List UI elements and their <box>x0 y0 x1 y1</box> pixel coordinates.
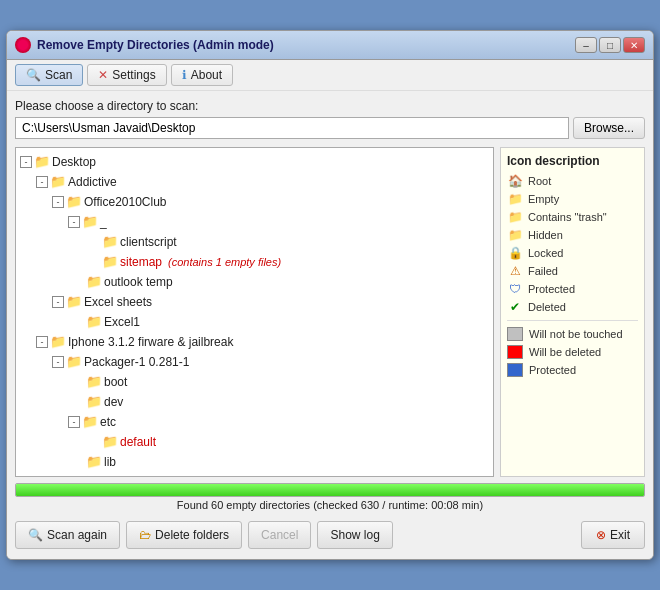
legend-no-touch: Will not be touched <box>507 327 638 341</box>
exit-button[interactable]: ⊗ Exit <box>581 521 645 549</box>
legend-will-delete-box <box>507 345 523 359</box>
titlebar: Remove Empty Directories (Admin mode) – … <box>7 31 653 60</box>
folder-icon-desktop: 📁 <box>34 153 50 171</box>
tree-panel[interactable]: - 📁 Desktop - 📁 Addictive <box>15 147 494 477</box>
node-label-excel1: Excel1 <box>104 313 140 331</box>
titlebar-left: Remove Empty Directories (Admin mode) <box>15 37 274 53</box>
main-window: Remove Empty Directories (Admin mode) – … <box>6 30 654 560</box>
legend-deleted: ✔ Deleted <box>507 300 638 314</box>
folder-icon-office: 📁 <box>66 193 82 211</box>
legend-panel: Icon description 🏠 Root 📁 Empty 📁 Contai… <box>500 147 645 477</box>
folder-icon-default: 📁 <box>102 433 118 451</box>
about-tab-button[interactable]: ℹ About <box>171 64 233 86</box>
legend-trash-icon: 📁 <box>507 210 523 224</box>
legend-deleted-icon: ✔ <box>507 300 523 314</box>
legend-empty-icon: 📁 <box>507 192 523 206</box>
legend-separator <box>507 320 638 321</box>
expand-etc[interactable]: - <box>68 416 80 428</box>
legend-protected-label: Protected <box>528 283 575 295</box>
legend-failed-icon: ⚠ <box>507 264 523 278</box>
content-area: Please choose a directory to scan: Brows… <box>7 91 653 559</box>
expand-office[interactable]: - <box>52 196 64 208</box>
folder-icon-dev: 📁 <box>86 393 102 411</box>
legend-failed-label: Failed <box>528 265 558 277</box>
progress-text: Found 60 empty directories (checked 630 … <box>15 499 645 511</box>
settings-tab-label: Settings <box>112 68 155 82</box>
sitemap-contains-msg: (contains 1 empty files) <box>168 253 281 271</box>
path-label: Please choose a directory to scan: <box>15 99 645 113</box>
node-label-library: Library <box>100 473 137 477</box>
legend-empty: 📁 Empty <box>507 192 638 206</box>
folder-icon-etc: 📁 <box>82 413 98 431</box>
minimize-button[interactable]: – <box>575 37 597 53</box>
main-area: - 📁 Desktop - 📁 Addictive <box>15 147 645 477</box>
node-label-packager: Packager-1 0.281-1 <box>84 353 189 371</box>
path-input[interactable] <box>15 117 569 139</box>
folder-icon-boot: 📁 <box>86 373 102 391</box>
delete-folders-label: Delete folders <box>155 528 229 542</box>
maximize-button[interactable]: □ <box>599 37 621 53</box>
node-label-desktop: Desktop <box>52 153 96 171</box>
toolbar: 🔍 Scan ✕ Settings ℹ About <box>7 60 653 91</box>
expand-packager[interactable]: - <box>52 356 64 368</box>
legend-hidden-label: Hidden <box>528 229 563 241</box>
cancel-button[interactable]: Cancel <box>248 521 311 549</box>
folder-icon-library: 📁 <box>82 473 98 477</box>
folder-icon-outlook: 📁 <box>86 273 102 291</box>
legend-root-icon: 🏠 <box>507 174 523 188</box>
progress-bar-outer <box>15 483 645 497</box>
settings-tab-button[interactable]: ✕ Settings <box>87 64 166 86</box>
legend-protected-color-box <box>507 363 523 377</box>
about-icon: ℹ <box>182 68 187 82</box>
progress-bar-inner <box>16 484 644 496</box>
legend-will-delete-label: Will be deleted <box>529 346 601 358</box>
legend-empty-label: Empty <box>528 193 559 205</box>
expand-addictive[interactable]: - <box>36 176 48 188</box>
node-label-addictive: Addictive <box>68 173 117 191</box>
window-title: Remove Empty Directories (Admin mode) <box>37 38 274 52</box>
path-row: Browse... <box>15 117 645 139</box>
expand-underscore[interactable]: - <box>68 216 80 228</box>
folder-icon-excel-sheets: 📁 <box>66 293 82 311</box>
legend-deleted-label: Deleted <box>528 301 566 313</box>
titlebar-buttons: – □ ✕ <box>575 37 645 53</box>
legend-locked-label: Locked <box>528 247 563 259</box>
legend-protected-icon: 🛡 <box>507 282 523 296</box>
legend-hidden-icon: 📁 <box>507 228 523 242</box>
scan-tab-label: Scan <box>45 68 72 82</box>
legend-will-delete: Will be deleted <box>507 345 638 359</box>
node-label-dev: dev <box>104 393 123 411</box>
folder-icon-iphone: 📁 <box>50 333 66 351</box>
folder-icon-clientscript: 📁 <box>102 233 118 251</box>
expand-library[interactable]: - <box>68 476 80 477</box>
scan-again-icon: 🔍 <box>28 528 43 542</box>
app-icon <box>15 37 31 53</box>
legend-locked-icon: 🔒 <box>507 246 523 260</box>
expand-iphone[interactable]: - <box>36 336 48 348</box>
legend-protected-color-label: Protected <box>529 364 576 376</box>
legend-trash-label: Contains "trash" <box>528 211 607 223</box>
legend-failed: ⚠ Failed <box>507 264 638 278</box>
node-label-default: default <box>120 433 156 451</box>
legend-no-touch-box <box>507 327 523 341</box>
legend-trash: 📁 Contains "trash" <box>507 210 638 224</box>
settings-icon: ✕ <box>98 68 108 82</box>
expand-desktop[interactable]: - <box>20 156 32 168</box>
node-label-underscore: _ <box>100 213 107 231</box>
node-label-iphone: Iphone 3.1.2 firware & jailbreak <box>68 333 233 351</box>
exit-icon: ⊗ <box>596 528 606 542</box>
scan-tab-button[interactable]: 🔍 Scan <box>15 64 83 86</box>
show-log-label: Show log <box>330 528 379 542</box>
show-log-button[interactable]: Show log <box>317 521 392 549</box>
node-label-sitemap: sitemap <box>120 253 162 271</box>
legend-protected: 🛡 Protected <box>507 282 638 296</box>
expand-excel-sheets[interactable]: - <box>52 296 64 308</box>
delete-folders-button[interactable]: 🗁 Delete folders <box>126 521 242 549</box>
scan-again-button[interactable]: 🔍 Scan again <box>15 521 120 549</box>
folder-icon-lib: 📁 <box>86 453 102 471</box>
bottom-bar: 🔍 Scan again 🗁 Delete folders Cancel Sho… <box>15 517 645 551</box>
scan-icon: 🔍 <box>26 68 41 82</box>
close-button[interactable]: ✕ <box>623 37 645 53</box>
browse-button[interactable]: Browse... <box>573 117 645 139</box>
legend-hidden: 📁 Hidden <box>507 228 638 242</box>
